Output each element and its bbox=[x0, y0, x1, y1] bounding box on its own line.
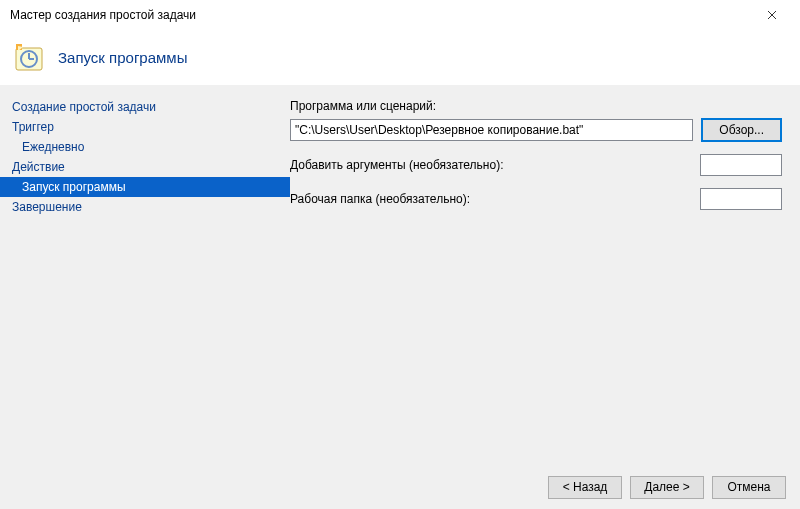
window-title: Мастер создания простой задачи bbox=[10, 8, 752, 22]
step-daily[interactable]: Ежедневно bbox=[0, 137, 290, 157]
wizard-header: Запуск программы bbox=[0, 30, 800, 85]
form-panel: Программа или сценарий: Обзор... Добавит… bbox=[290, 85, 800, 465]
next-button[interactable]: Далее > bbox=[630, 476, 704, 499]
wizard-steps-sidebar: Создание простой задачи Триггер Ежедневн… bbox=[0, 85, 290, 465]
task-icon bbox=[14, 42, 46, 74]
arguments-row: Добавить аргументы (необязательно): bbox=[290, 154, 782, 176]
step-action[interactable]: Действие bbox=[0, 157, 290, 177]
cancel-button[interactable]: Отмена bbox=[712, 476, 786, 499]
startin-input[interactable] bbox=[700, 188, 782, 210]
page-title: Запуск программы bbox=[58, 49, 187, 66]
titlebar: Мастер создания простой задачи bbox=[0, 0, 800, 30]
wizard-footer: < Назад Далее > Отмена bbox=[0, 465, 800, 509]
back-button[interactable]: < Назад bbox=[548, 476, 622, 499]
close-icon bbox=[767, 10, 777, 20]
program-input[interactable] bbox=[290, 119, 693, 141]
step-start-program[interactable]: Запуск программы bbox=[0, 177, 290, 197]
step-create-task[interactable]: Создание простой задачи bbox=[0, 97, 290, 117]
arguments-label: Добавить аргументы (необязательно): bbox=[290, 158, 692, 172]
browse-button[interactable]: Обзор... bbox=[701, 118, 782, 142]
close-button[interactable] bbox=[752, 1, 792, 29]
startin-label: Рабочая папка (необязательно): bbox=[290, 192, 692, 206]
startin-row: Рабочая папка (необязательно): bbox=[290, 188, 782, 210]
program-row: Программа или сценарий: Обзор... bbox=[290, 99, 782, 142]
step-trigger[interactable]: Триггер bbox=[0, 117, 290, 137]
program-label: Программа или сценарий: bbox=[290, 99, 782, 113]
step-finish[interactable]: Завершение bbox=[0, 197, 290, 217]
content-area: Создание простой задачи Триггер Ежедневн… bbox=[0, 85, 800, 465]
arguments-input[interactable] bbox=[700, 154, 782, 176]
